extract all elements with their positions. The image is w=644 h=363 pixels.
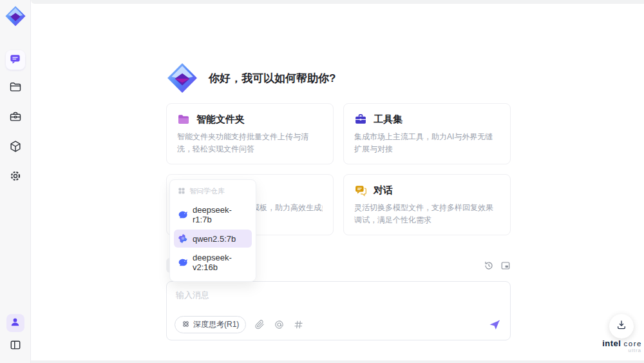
- user-icon: [10, 317, 21, 330]
- download-button[interactable]: [609, 314, 634, 338]
- card-title: 工具集: [374, 113, 402, 126]
- toolbox-icon: [9, 110, 22, 126]
- top-strip: [31, 0, 644, 4]
- smart-folder-icon: [177, 113, 190, 126]
- card-toolkit[interactable]: 工具集 集成市场上主流工具，助力AI与外界无缝扩展与对接: [343, 103, 511, 164]
- deep-think-label: 深度思考(R1): [193, 319, 239, 330]
- card-title: 对话: [374, 184, 393, 197]
- card-desc: 智能文件夹功能支持批量文件上传与清洗，轻松实现文件问答: [177, 131, 323, 155]
- hash-icon[interactable]: [293, 319, 304, 330]
- main-area: 你好，我可以如何帮助你? 智能文件夹 智能文件夹功能支持批量文件上传与清洗，轻松…: [31, 0, 644, 363]
- sidebar-item-models[interactable]: [8, 141, 23, 155]
- app-logo: [5, 5, 26, 27]
- intel-brand: intel: [602, 338, 621, 348]
- toolkit-icon: [354, 113, 367, 126]
- message-input[interactable]: [167, 282, 510, 315]
- sidebar-item-folders[interactable]: [8, 81, 23, 95]
- sidebar-item-toolbox[interactable]: [8, 111, 23, 125]
- download-icon: [616, 319, 627, 333]
- hero: 你好，我可以如何帮助你?: [166, 62, 336, 94]
- panel-icon: [9, 338, 22, 354]
- deepseek-icon: [178, 257, 188, 268]
- send-icon[interactable]: [488, 319, 501, 331]
- dialog-icon: [354, 184, 367, 197]
- hero-logo: [166, 62, 198, 94]
- model-dropdown: 智问学仓库 deepseek-r1:7b qwe: [169, 179, 256, 282]
- composer: 深度思考(R1): [166, 281, 511, 340]
- chat-toolbar: [483, 260, 511, 271]
- composer-toolbar: 深度思考(R1): [175, 316, 501, 333]
- card-desc: 集成市场上主流工具，助力AI与外界无缝扩展与对接: [354, 131, 500, 155]
- mention-icon[interactable]: [274, 319, 285, 330]
- card-title: 智能文件夹: [196, 113, 245, 126]
- card-dialog[interactable]: 对话 灵活切换多模型文件，支持多样回复效果调试，满足个性化需求: [343, 174, 511, 235]
- cube-icon: [9, 140, 22, 155]
- model-option-deepseek-v2[interactable]: deepseek-v2:16b: [174, 249, 252, 276]
- deep-think-toggle[interactable]: 深度思考(R1): [175, 316, 246, 333]
- model-option-deepseek-r1[interactable]: deepseek-r1:7b: [174, 201, 252, 228]
- paperclip-icon[interactable]: [254, 319, 265, 330]
- app-window: 你好，我可以如何帮助你? 智能文件夹 智能文件夹功能支持批量文件上传与清洗，轻松…: [0, 0, 644, 363]
- model-dropdown-group: 智问学仓库: [174, 185, 252, 201]
- folder-icon: [9, 81, 22, 96]
- model-option-label: deepseek-r1:7b: [193, 205, 248, 224]
- intel-core-badge: intel core ultra: [598, 338, 644, 353]
- model-group-label: 智问学仓库: [189, 186, 225, 196]
- model-option-qwen[interactable]: qwen2.5:7b: [174, 230, 252, 248]
- sidebar-item-user[interactable]: [6, 314, 24, 332]
- atom-icon: [182, 320, 190, 330]
- model-option-label: deepseek-v2:16b: [193, 253, 248, 272]
- sidebar-nav: [6, 50, 25, 200]
- intel-core-text: core: [623, 340, 641, 348]
- bottom-strip: [31, 360, 644, 363]
- new-window-icon[interactable]: [500, 260, 511, 271]
- deepseek-icon: [178, 210, 188, 220]
- greeting-text: 你好，我可以如何帮助你?: [209, 71, 336, 86]
- sidebar: [0, 0, 31, 363]
- sidebar-bottom: [6, 314, 24, 363]
- settings-icon: [9, 170, 22, 185]
- card-smart-folder[interactable]: 智能文件夹 智能文件夹功能支持批量文件上传与清洗，轻松实现文件问答: [166, 103, 334, 164]
- model-option-label: qwen2.5:7b: [193, 234, 236, 244]
- intel-ultra-text: ultra: [598, 348, 644, 353]
- chat-icon: [9, 53, 21, 68]
- history-icon[interactable]: [483, 260, 494, 271]
- sidebar-item-settings[interactable]: [8, 170, 23, 184]
- sidebar-item-chat[interactable]: [6, 50, 25, 70]
- qwen-icon: [178, 233, 188, 244]
- repo-grid-icon: [178, 187, 185, 196]
- card-desc: 灵活切换多模型文件，支持多样回复效果调试，满足个性化需求: [354, 202, 500, 226]
- sidebar-item-panel[interactable]: [8, 338, 23, 354]
